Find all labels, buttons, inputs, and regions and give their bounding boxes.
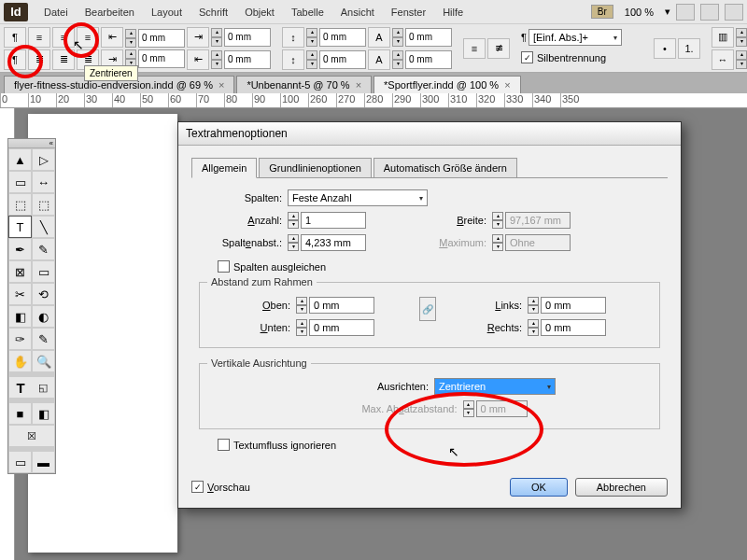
- selection-tool-icon[interactable]: ▲: [8, 148, 32, 171]
- rechts-input[interactable]: 0 mm: [541, 319, 606, 336]
- justify-left-icon[interactable]: ≣: [28, 49, 50, 70]
- note-tool-icon[interactable]: ✑: [8, 328, 32, 350]
- space-field-1[interactable]: 0 mm: [319, 28, 366, 47]
- align-left-icon[interactable]: ≡: [28, 27, 50, 48]
- abstand-stepper[interactable]: ▴▾: [288, 234, 299, 251]
- apply-none-icon[interactable]: ☒: [9, 430, 54, 442]
- no-baseline-icon[interactable]: ≢: [487, 38, 510, 59]
- lastline-icon[interactable]: ⇤: [187, 49, 209, 70]
- apply-color-icon[interactable]: ■: [8, 402, 32, 425]
- hand-tool-icon[interactable]: ✋: [8, 350, 32, 372]
- line-tool-icon[interactable]: ╲: [32, 216, 55, 238]
- bridge-button[interactable]: Br: [591, 5, 613, 19]
- dropcap-lines-icon[interactable]: A: [368, 27, 390, 48]
- space-before-icon[interactable]: ↕: [282, 27, 304, 48]
- apply-gradient-icon[interactable]: ◧: [32, 402, 55, 425]
- indent-field-4[interactable]: 0 mm: [224, 50, 271, 69]
- firstline-icon[interactable]: ⇥: [187, 27, 209, 48]
- anzahl-input[interactable]: 1: [301, 212, 366, 229]
- breite-stepper[interactable]: ▴▾: [492, 212, 503, 229]
- list-number-icon[interactable]: 1.: [678, 38, 700, 59]
- stepper[interactable]: ▴▾: [125, 29, 136, 48]
- ausgleichen-checkbox[interactable]: [218, 260, 230, 273]
- fill-stroke-icon[interactable]: T◱: [8, 376, 55, 399]
- anzahl-stepper[interactable]: ▴▾: [288, 212, 299, 229]
- screen-mode-icon[interactable]: [700, 4, 719, 21]
- content-collector-icon[interactable]: ⬚: [8, 193, 32, 216]
- tab-allgemein[interactable]: Allgemein: [191, 158, 257, 178]
- links-input[interactable]: 0 mm: [541, 297, 606, 314]
- menu-schrift[interactable]: Schrift: [190, 7, 236, 18]
- cursor-icon: ↖: [73, 37, 84, 52]
- columns-icon[interactable]: ▥: [712, 27, 734, 48]
- gap-tool-icon[interactable]: ↔: [32, 171, 55, 193]
- dropcap-chars-icon[interactable]: A: [368, 49, 390, 70]
- direct-selection-tool-icon[interactable]: ▷: [32, 148, 55, 171]
- menu-datei[interactable]: Datei: [35, 7, 77, 18]
- space-field-2[interactable]: 0 mm: [319, 50, 366, 69]
- scissors-tool-icon[interactable]: ✂: [8, 283, 32, 305]
- unten-input[interactable]: 0 mm: [309, 319, 374, 336]
- ok-button[interactable]: OK: [510, 478, 568, 497]
- ausrichten-dropdown[interactable]: Zentrieren▾: [434, 378, 556, 395]
- zoom-tool-icon[interactable]: 🔍: [32, 350, 55, 372]
- paragraph-style-dropdown[interactable]: [Einf. Abs.]+▾: [529, 29, 622, 46]
- normal-view-icon[interactable]: ▭: [8, 451, 32, 473]
- arrange-icon[interactable]: [725, 4, 743, 21]
- space-after-icon[interactable]: ↕: [282, 49, 304, 70]
- gradient-swatch-icon[interactable]: ◧: [8, 305, 32, 328]
- space-field-3[interactable]: 0 mm: [405, 28, 452, 47]
- zoom-level[interactable]: 100 %: [619, 7, 659, 18]
- menu-layout[interactable]: Layout: [143, 7, 190, 18]
- vorschau-checkbox[interactable]: ✓: [191, 481, 204, 493]
- gutter-icon[interactable]: ↔: [712, 49, 734, 70]
- doc-tab-2[interactable]: *Unbenannt-5 @ 70 %×: [236, 76, 372, 93]
- justify-center-icon[interactable]: ≣: [52, 49, 75, 70]
- menu-tabelle[interactable]: Tabelle: [283, 7, 332, 18]
- indent-field-1[interactable]: 0 mm: [138, 29, 185, 48]
- menu-objekt[interactable]: Objekt: [236, 7, 283, 18]
- view-mode-icon[interactable]: [676, 4, 695, 21]
- list-bullet-icon[interactable]: •: [654, 38, 676, 59]
- align-center-icon[interactable]: ≡: [52, 27, 75, 48]
- link-values-icon[interactable]: 🔗: [419, 297, 436, 321]
- rectangle-frame-icon[interactable]: ⊠: [8, 260, 32, 283]
- indent-field-2[interactable]: 0 mm: [138, 49, 185, 68]
- menu-ansicht[interactable]: Ansicht: [332, 7, 383, 18]
- menu-hilfe[interactable]: Hilfe: [434, 7, 472, 18]
- menu-bearbeiten[interactable]: Bearbeiten: [77, 7, 143, 18]
- tab-grundlinien[interactable]: Grundlinienoptionen: [259, 158, 371, 178]
- baseline-grid-icon[interactable]: ≡: [463, 38, 486, 59]
- transform-tool-icon[interactable]: ⟲: [32, 283, 55, 305]
- doc-tab-3[interactable]: *Sportflyer.indd @ 100 %×: [374, 76, 521, 93]
- close-icon[interactable]: ×: [356, 79, 361, 91]
- content-placer-icon[interactable]: ⬚: [32, 193, 55, 216]
- menu-fenster[interactable]: Fenster: [383, 7, 434, 18]
- gradient-feather-icon[interactable]: ◐: [32, 305, 55, 328]
- paragraph-mode-icon[interactable]: ¶: [4, 27, 26, 48]
- cancel-button[interactable]: Abbrechen: [575, 478, 668, 497]
- indent-left-icon[interactable]: ⇤: [101, 27, 123, 48]
- spalten-dropdown[interactable]: Feste Anzahl▾: [288, 189, 428, 206]
- anzahl-label: Anzahl:: [199, 215, 288, 226]
- pen-tool-icon[interactable]: ✒: [8, 238, 32, 260]
- abstand-input[interactable]: 4,233 mm: [301, 234, 366, 251]
- close-icon[interactable]: ×: [218, 79, 224, 91]
- space-field-4[interactable]: 0 mm: [405, 50, 452, 69]
- panel-collapse-icon[interactable]: «: [8, 139, 55, 148]
- type-tool-icon[interactable]: T: [8, 216, 32, 238]
- oben-input[interactable]: 0 mm: [309, 297, 374, 314]
- rectangle-tool-icon[interactable]: ▭: [32, 260, 55, 283]
- hyphenation-checkbox[interactable]: ✓: [521, 51, 533, 63]
- indent-field-3[interactable]: 0 mm: [224, 28, 271, 47]
- control-panel: ¶ ¶ ≡ ≡ ≡ ⇤ ≣ ≣ ≣ ⇥ ▴▾0 mm ▴▾0 mm ⇥▴▾0 m…: [0, 24, 747, 73]
- tab-autogroesse[interactable]: Automatisch Größe ändern: [374, 158, 517, 178]
- page-tool-icon[interactable]: ▭: [8, 171, 32, 193]
- zoom-arrow-icon[interactable]: ▾: [665, 6, 670, 18]
- preview-view-icon[interactable]: ▬: [32, 451, 55, 473]
- character-mode-icon[interactable]: ¶: [4, 49, 26, 70]
- close-icon[interactable]: ×: [504, 79, 510, 91]
- umfluss-checkbox[interactable]: [218, 439, 230, 451]
- pencil-tool-icon[interactable]: ✎: [32, 238, 55, 260]
- eyedropper-tool-icon[interactable]: ✎: [32, 328, 55, 350]
